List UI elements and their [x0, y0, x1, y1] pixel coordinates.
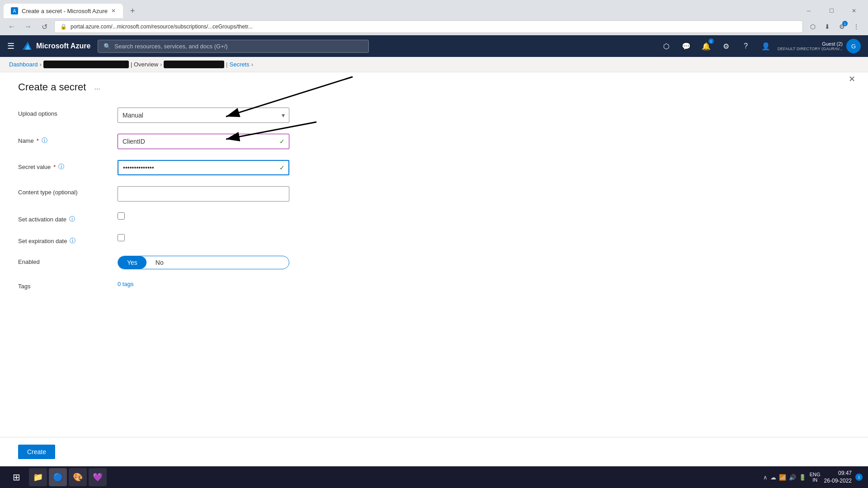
- enabled-no-button[interactable]: No: [146, 256, 173, 269]
- secret-input-wrapper: ✓: [118, 160, 289, 175]
- region-label: IN: [812, 477, 817, 483]
- activation-date-checkbox[interactable]: [118, 212, 125, 220]
- expiration-info-icon[interactable]: ⓘ: [70, 237, 75, 245]
- upload-options-select[interactable]: Manual Certificate Import: [118, 108, 289, 123]
- taskbar-paint[interactable]: 🎨: [69, 468, 87, 486]
- notifications-button[interactable]: 🔔 1: [698, 38, 714, 54]
- cast-button[interactable]: ⬡: [807, 20, 819, 33]
- activation-info-icon[interactable]: ⓘ: [69, 215, 75, 223]
- name-row: Name * ⓘ ✓: [18, 134, 850, 149]
- name-required: *: [37, 137, 39, 144]
- activation-date-control: [118, 212, 289, 220]
- panel-title: Create a secret: [18, 81, 86, 93]
- tray-icons: ∧ ☁ 📶 🔊 🔋: [763, 474, 806, 481]
- tab-bar: A Create a secret - Microsoft Azure ✕ + …: [0, 0, 868, 18]
- expiration-date-checkbox[interactable]: [118, 234, 125, 241]
- azure-logo-text: Microsoft Azure: [36, 42, 90, 50]
- forward-button[interactable]: →: [22, 20, 34, 33]
- search-bar[interactable]: 🔍: [98, 40, 369, 53]
- time-label: 09:47: [824, 469, 852, 477]
- name-input[interactable]: [118, 134, 289, 149]
- chevron-up-icon[interactable]: ∧: [763, 474, 768, 481]
- lock-icon: 🔒: [60, 23, 67, 30]
- refresh-button[interactable]: ↺: [38, 20, 51, 33]
- taskbar-chrome[interactable]: 🔵: [49, 468, 67, 486]
- form-panel: ✕ Create a secret ... Upload options Man…: [0, 72, 868, 437]
- browser-chrome: A Create a secret - Microsoft Azure ✕ + …: [0, 0, 868, 35]
- user-info[interactable]: Guest (2) DEFAULT DIRECTORY (GAURAV...: [778, 41, 843, 51]
- settings-button[interactable]: ⋮: [850, 20, 863, 33]
- language-label: ENG: [810, 472, 821, 477]
- ellipsis-button[interactable]: ...: [91, 82, 103, 92]
- system-tray: ∧ ☁ 📶 🔊 🔋 ENG IN 09:47 26-09-2022 1: [763, 469, 863, 485]
- settings-nav-button[interactable]: ⚙: [718, 38, 734, 54]
- tab-title: Create a secret - Microsoft Azure: [22, 8, 108, 14]
- enabled-row: Enabled Yes No: [18, 256, 850, 269]
- tags-control: 0 tags: [118, 280, 289, 287]
- taskbar-file-explorer[interactable]: 📁: [29, 468, 47, 486]
- secret-value-input[interactable]: [118, 160, 289, 175]
- cloud-icon[interactable]: ☁: [770, 474, 776, 481]
- breadcrumb: Dashboard › ██████████████ | Overview › …: [0, 57, 868, 72]
- secret-required: *: [53, 164, 56, 170]
- chrome-icon: 🔵: [53, 472, 63, 482]
- back-button[interactable]: ←: [5, 20, 18, 33]
- user-feedback-button[interactable]: 👤: [758, 38, 774, 54]
- tags-link[interactable]: 0 tags: [118, 281, 133, 287]
- content-type-label: Content type (optional): [18, 186, 118, 196]
- upload-options-control: Manual Certificate Import ▾: [118, 108, 289, 123]
- feedback-button[interactable]: 💬: [678, 38, 694, 54]
- breadcrumb-secrets[interactable]: Secrets: [230, 61, 250, 68]
- create-button[interactable]: Create: [18, 445, 55, 459]
- azure-logo-icon: [22, 41, 33, 52]
- address-bar: ← → ↺ 🔒 portal.azure.com/...microsoft.co…: [0, 18, 868, 35]
- date-label: 26-09-2022: [824, 477, 852, 485]
- user-avatar[interactable]: G: [846, 39, 861, 53]
- enabled-yes-button[interactable]: Yes: [118, 256, 146, 269]
- volume-icon[interactable]: 🔊: [789, 474, 796, 481]
- content-type-input[interactable]: [118, 186, 289, 202]
- secret-info-icon[interactable]: ⓘ: [58, 163, 64, 171]
- expiration-date-control: [118, 234, 289, 241]
- name-info-icon[interactable]: ⓘ: [42, 136, 47, 145]
- notification-dot[interactable]: 1: [855, 474, 863, 481]
- portal-content: Dashboard › ██████████████ | Overview › …: [0, 57, 868, 466]
- secret-check-icon: ✓: [279, 164, 285, 171]
- create-bar: Create: [0, 437, 868, 466]
- active-tab[interactable]: A Create a secret - Microsoft Azure ✕: [4, 4, 123, 18]
- help-button[interactable]: ?: [738, 38, 754, 54]
- notification-badge: 1: [842, 21, 848, 26]
- cloud-shell-button[interactable]: ⬡: [658, 38, 675, 54]
- enabled-control: Yes No: [118, 256, 289, 269]
- panel-close-button[interactable]: ✕: [847, 72, 857, 86]
- breadcrumb-sep-4: ›: [251, 61, 253, 68]
- start-button[interactable]: ⊞: [5, 468, 27, 486]
- minimize-button[interactable]: ─: [798, 4, 819, 18]
- secret-value-row: Secret value * ⓘ ✓: [18, 160, 850, 175]
- taskbar-vs[interactable]: 💜: [89, 468, 107, 486]
- tab-close-button[interactable]: ✕: [111, 8, 116, 14]
- content-type-row: Content type (optional): [18, 186, 850, 202]
- expiration-date-label: Set expiration date ⓘ: [18, 234, 118, 245]
- url-text: portal.azure.com/...microsoft.com/resour…: [71, 23, 253, 30]
- browser-icons: ⬡ ⬇ ⚙ 1 ⋮: [807, 20, 863, 33]
- extensions-button[interactable]: ⚙ 1: [835, 20, 848, 33]
- url-bar[interactable]: 🔒 portal.azure.com/...microsoft.com/reso…: [54, 20, 803, 33]
- close-window-button[interactable]: ✕: [844, 4, 864, 18]
- upload-options-label: Upload options: [18, 108, 118, 117]
- user-label: Guest (2): [822, 41, 843, 47]
- language-region: ENG IN: [810, 472, 821, 483]
- search-input[interactable]: [114, 43, 363, 50]
- new-tab-button[interactable]: +: [127, 5, 139, 18]
- secret-value-label: Secret value * ⓘ: [18, 160, 118, 171]
- nav-icons: ⬡ 💬 🔔 1 ⚙ ? 👤 Guest (2) DEFAULT DIRECTOR…: [658, 38, 861, 54]
- time-display: 09:47 26-09-2022: [824, 469, 852, 485]
- maximize-button[interactable]: ☐: [821, 4, 842, 18]
- battery-icon[interactable]: 🔋: [799, 474, 806, 481]
- activation-date-label: Set activation date ⓘ: [18, 212, 118, 223]
- hamburger-menu[interactable]: ☰: [7, 41, 14, 51]
- downloads-button[interactable]: ⬇: [821, 20, 834, 33]
- portal-container: ☰ Microsoft Azure 🔍 ⬡ 💬 🔔 1 ⚙ ? 👤 Guest …: [0, 35, 868, 466]
- breadcrumb-dashboard[interactable]: Dashboard: [9, 61, 38, 68]
- network-icon[interactable]: 📶: [779, 474, 786, 481]
